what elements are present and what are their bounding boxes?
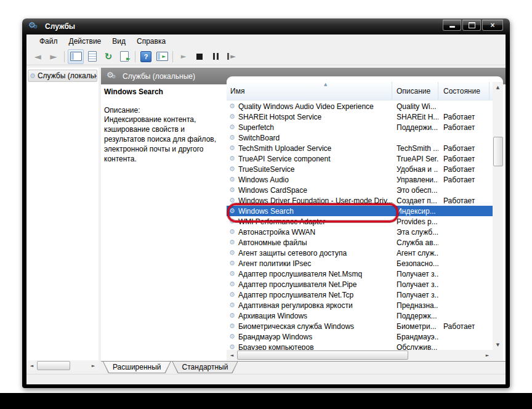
service-row[interactable]: ⚙SuperfetchПоддержи...Работает [227,122,493,132]
tree-item-services-local[interactable]: ⚙ Службы (локальные) [28,70,97,82]
scroll-down-icon[interactable]: ▼ [493,339,503,350]
service-name: Браузер компьютеров [238,343,314,350]
service-description: Provides p... [392,217,438,226]
service-row[interactable]: ⚙Windows AudioУправлени...Работает [227,174,493,185]
minimize-button[interactable] [443,20,461,31]
list-horizontal-scrollbar[interactable]: ◄ ► [227,350,493,360]
scroll-right-icon[interactable]: ► [88,360,99,371]
service-gear-icon: ⚙ [229,123,235,131]
menu-help[interactable]: Справка [131,35,171,47]
service-row[interactable]: ⚙Агент защиты сетевого доступаАгент служ… [227,248,493,258]
service-row[interactable]: ⚙TechSmith Uploader ServiceTechSmith ...… [227,143,493,153]
tab-standard[interactable]: Стандартный [172,362,238,373]
service-status: Работает [438,322,493,331]
service-row[interactable]: ⚙Автономные файлыСлужба ав... [227,237,493,248]
refresh-button[interactable]: ↻ [101,50,116,63]
service-gear-icon: ⚙ [229,207,235,215]
close-icon: × [490,22,494,29]
service-name: Windows Audio [238,176,289,184]
service-name: Quality Windows Audio Video Experience [238,102,374,111]
tab-extended[interactable]: Расширенный [103,362,171,373]
back-icon: ◄ [34,51,41,62]
stop-service-icon [196,54,203,60]
service-row[interactable]: ⚙Windows Driver Foundation - User-mode D… [227,195,493,206]
service-row[interactable]: ⚙Автонастройка WWANЭта служб... [227,227,493,237]
properties-button[interactable] [85,50,100,63]
service-row[interactable]: ⚙Windows CardSpaceЭто обесп... [227,185,493,195]
service-description: Quality Wi... [392,102,438,111]
service-description: Служба ав... [392,238,438,247]
pause-service-button[interactable] [208,50,223,63]
menu-view[interactable]: Вид [107,35,131,47]
scrollbar-thumb[interactable] [237,350,408,360]
scroll-left-icon[interactable]: ◄ [26,360,37,371]
service-gear-icon: ⚙ [229,102,235,110]
list-vertical-scrollbar[interactable]: ▲ ▼ [493,82,503,350]
service-description: Это обесп... [392,186,438,195]
scroll-left-icon[interactable]: ◄ [227,350,237,360]
service-row[interactable]: ⚙Агент политики IPsecБезопасно... [227,258,493,269]
help-button[interactable]: ? [139,50,153,63]
maximize-button[interactable] [462,20,481,31]
window-controls: × [441,20,503,31]
service-description: Предназна... [392,301,438,310]
service-name: Superfetch [238,123,274,132]
service-row[interactable]: ⚙WMI Performance AdapterProvides p... [227,216,493,227]
stop-service-button[interactable] [192,50,207,63]
close-button[interactable]: × [482,20,503,31]
scrollbar-thumb[interactable] [493,137,503,166]
service-name: Архивация Windows [238,312,307,320]
service-row[interactable]: ⚙TrueAPI Service componentTrueAPI Ser...… [227,153,493,164]
service-name: Адаптер прослушивателя Net.Pipe [238,280,357,289]
service-row[interactable]: ⚙SHAREit Hotspot ServiceSHAREit H...Рабо… [227,111,493,122]
column-header-description[interactable]: Описание [392,82,438,100]
service-row[interactable]: ⚙Брандмауэр WindowsБрандмауэ... [227,331,493,342]
description-text: Индексирование контента, кэширование сво… [104,115,226,164]
column-header-name[interactable]: Имя ▲ [227,82,392,100]
column-header-status[interactable]: Состояние [438,82,490,100]
scrollbar-thumb[interactable] [37,361,70,370]
services-window: ⚙⚙ Службы × ФайлДействиеВидСправка ◄►↻►?… [22,18,510,388]
start-service-button[interactable]: ► [176,50,191,63]
service-row[interactable]: ⚙Биометрическая служба WindowsБиометри..… [227,321,493,331]
restart-service-button[interactable]: ► [224,50,239,63]
service-description: Создает п... [392,196,438,205]
service-row-selected[interactable]: ⚙Windows SearchИндексир... [227,206,493,216]
title-bar[interactable]: ⚙⚙ Службы × [22,18,510,34]
service-gear-icon: ⚙ [229,134,235,142]
service-row[interactable]: ⚙TrueSuiteServiceУдобная и ...Работает [227,164,493,174]
tree-horizontal-scrollbar[interactable]: ◄ ► [26,360,99,371]
show-action-pane-button[interactable]: ► [155,50,169,63]
service-row[interactable]: ⚙Адаптер прослушивателя Net.MsmqПолучает… [227,269,493,279]
services-gear-icon: ⚙⚙ [107,71,119,81]
service-row[interactable]: ⚙Адаптивная регулировка яркостиПредназна… [227,300,493,310]
service-row[interactable]: ⚙Quality Windows Audio Video ExperienceQ… [227,101,493,111]
service-gear-icon: ⚙ [229,217,235,225]
forward-button[interactable]: ► [46,50,61,63]
service-row[interactable]: ⚙Адаптер прослушивателя Net.PipeПолучает… [227,279,493,290]
services-gear-icon: ⚙ [30,72,36,80]
service-name: Windows CardSpace [238,186,307,195]
service-status: Работает [438,144,493,153]
service-gear-icon: ⚙ [229,270,235,278]
client-area: ФайлДействиеВидСправка ◄►↻►?►►► ⚙ Службы… [26,34,506,384]
back-button[interactable]: ◄ [30,50,45,63]
export-list-button[interactable]: ► [117,50,132,63]
show-console-tree-icon [70,52,82,61]
menu-file[interactable]: Файл [34,35,63,47]
forward-icon: ► [50,51,57,62]
tree-item-label: Службы (локальные) [38,71,97,80]
menu-action[interactable]: Действие [63,35,107,47]
service-row[interactable]: ⚙Архивация WindowsПоддержк... [227,310,493,321]
service-row[interactable]: ⚙SwitchBoard [227,132,493,143]
service-row[interactable]: ⚙Адаптер прослушивателя Net.TcpПолучает … [227,290,493,300]
service-description: Управлени... [392,176,438,184]
service-gear-icon: ⚙ [229,165,235,173]
scroll-right-icon[interactable]: ► [482,350,493,360]
status-bar [26,374,506,384]
scroll-up-icon[interactable]: ▲ [493,82,503,92]
show-console-tree-button[interactable] [68,49,84,64]
service-name: Автономные файлы [238,238,307,247]
service-row[interactable]: ⚙Браузер компьютеровОбслужив... [227,342,493,350]
service-status: Работает [438,176,493,184]
